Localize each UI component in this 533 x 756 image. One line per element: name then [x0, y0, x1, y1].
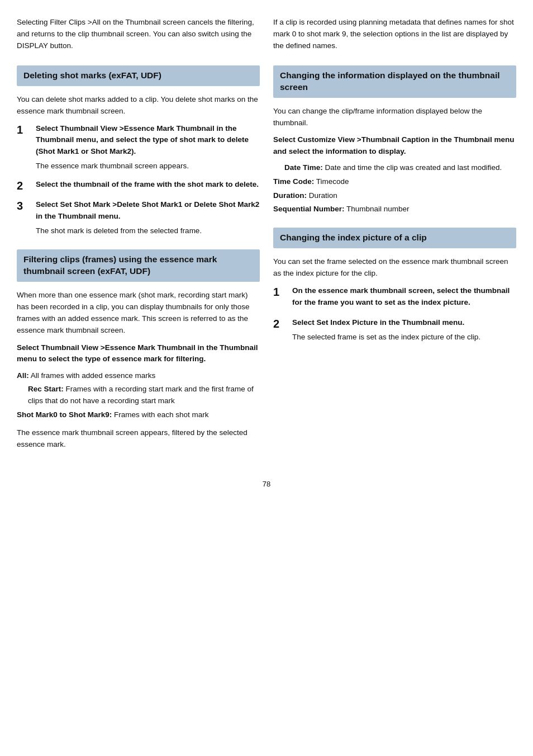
term-all-desc: All frames with added essence marks [31, 371, 156, 380]
info-term-timecode: Time Code: Timecode [273, 176, 516, 188]
info-term-duration: Duration: Duration [273, 190, 516, 202]
changing-index-section: Changing the index picture of a clip You… [273, 228, 516, 343]
step-content-2: Select the thumbnail of the frame with t… [36, 179, 259, 192]
term-sequential-desc: Thumbnail number [346, 205, 410, 213]
filtering-term-shot: Shot Mark0 to Shot Mark9: Frames with ea… [17, 409, 260, 421]
changing-info-title: Changing the information displayed on th… [280, 70, 510, 93]
changing-info-section: Changing the information displayed on th… [273, 65, 516, 215]
filtering-header: Filtering clips (frames) using the essen… [17, 249, 260, 282]
term-duration-desc: Duration [309, 191, 337, 200]
changing-info-header: Changing the information displayed on th… [273, 65, 516, 98]
deleting-step-2: 2 Select the thumbnail of the frame with… [17, 179, 260, 192]
changing-info-intro: You can change the clip/frame informatio… [273, 106, 516, 129]
step-content-3: Select Set Shot Mark >Delete Shot Mark1 … [36, 199, 260, 237]
step-num-3: 3 [17, 199, 32, 212]
filtering-bold-instruction: Select Thumbnail View >Essence Mark Thum… [17, 342, 260, 366]
changing-index-header: Changing the index picture of a clip [273, 228, 516, 248]
top-intro-right: If a clip is recorded using planning met… [273, 17, 516, 55]
term-sequential-label: Sequential Number: [273, 205, 345, 213]
step-bold-2: Select the thumbnail of the frame with t… [36, 179, 259, 191]
deleting-title: Deleting shot marks (exFAT, UDF) [23, 70, 253, 82]
deleting-step-3: 3 Select Set Shot Mark >Delete Shot Mark… [17, 199, 260, 237]
index-step-2: 2 Select Set Index Picture in the Thumbn… [273, 317, 516, 343]
term-all-label: All: [17, 371, 29, 380]
step-bold-3: Select Set Shot Mark >Delete Shot Mark1 … [36, 199, 260, 223]
deleting-steps: 1 Select Thumbnail View >Essence Mark Th… [17, 123, 260, 237]
index-steps: 1 On the essence mark thumbnail screen, … [273, 285, 516, 343]
top-intro-left: Selecting Filter Clips >All on the Thumb… [17, 17, 260, 55]
deleting-header: Deleting shot marks (exFAT, UDF) [17, 65, 260, 86]
changing-index-intro: You can set the frame selected on the es… [273, 256, 516, 280]
term-timecode-desc: Timecode [316, 177, 349, 186]
top-right-text: If a clip is recorded using planning met… [273, 17, 516, 52]
filtering-intro: When more than one essence mark (shot ma… [17, 290, 260, 337]
term-shot-label: Shot Mark0 to Shot Mark9: [17, 410, 112, 419]
deleting-section: Deleting shot marks (exFAT, UDF) You can… [17, 65, 260, 237]
filtering-title: Filtering clips (frames) using the essen… [23, 254, 253, 277]
index-step-1: 1 On the essence mark thumbnail screen, … [273, 285, 516, 310]
step-sub-3: The shot mark is deleted from the select… [36, 225, 260, 237]
index-step-content-2: Select Set Index Picture in the Thumbnai… [292, 317, 480, 343]
step-bold-1: Select Thumbnail View >Essence Mark Thum… [36, 123, 260, 158]
index-step-bold-2: Select Set Index Picture in the Thumbnai… [292, 317, 480, 329]
info-term-datetime: Date Time: Date and time the clip was cr… [273, 162, 516, 174]
index-step-sub-2: The selected frame is set as the index p… [292, 332, 480, 343]
index-step-num-1: 1 [273, 285, 289, 299]
index-step-bold-1: On the essence mark thumbnail screen, se… [292, 285, 516, 309]
step-sub-1: The essence mark thumbnail screen appear… [36, 160, 260, 172]
filtering-outro: The essence mark thumbnail screen appear… [17, 427, 260, 451]
filtering-term-rec: Rec Start: Frames with a recording start… [17, 384, 260, 407]
index-step-num-2: 2 [273, 317, 289, 330]
main-two-col: Deleting shot marks (exFAT, UDF) You can… [17, 65, 516, 463]
top-intro: Selecting Filter Clips >All on the Thumb… [17, 17, 516, 55]
step-content-1: Select Thumbnail View >Essence Mark Thum… [36, 123, 260, 173]
index-step-content-1: On the essence mark thumbnail screen, se… [292, 285, 516, 310]
term-datetime-desc: Date and time the clip was created and l… [325, 163, 502, 172]
term-shot-desc: Frames with each shot mark [114, 410, 209, 419]
filtering-term-all: All: All frames with added essence marks [17, 370, 260, 382]
info-term-sequential: Sequential Number: Thumbnail number [273, 203, 516, 215]
left-column: Deleting shot marks (exFAT, UDF) You can… [17, 65, 260, 463]
step-num-2: 2 [17, 179, 32, 192]
deleting-step-1: 1 Select Thumbnail View >Essence Mark Th… [17, 123, 260, 173]
filtering-section: Filtering clips (frames) using the essen… [17, 249, 260, 451]
term-timecode-label: Time Code: [273, 177, 314, 186]
term-rec-label: Rec Start: [28, 385, 64, 393]
page-number: 78 [17, 480, 516, 488]
term-datetime-label: Date Time: [284, 163, 323, 172]
changing-index-title: Changing the index picture of a clip [280, 232, 510, 244]
term-duration-label: Duration: [273, 191, 307, 200]
right-column: Changing the information displayed on th… [273, 65, 516, 463]
changing-info-bold: Select Customize View >Thumbnail Caption… [273, 134, 516, 158]
deleting-intro: You can delete shot marks added to a cli… [17, 94, 260, 117]
step-num-1: 1 [17, 123, 32, 136]
top-left-text: Selecting Filter Clips >All on the Thumb… [17, 17, 260, 52]
